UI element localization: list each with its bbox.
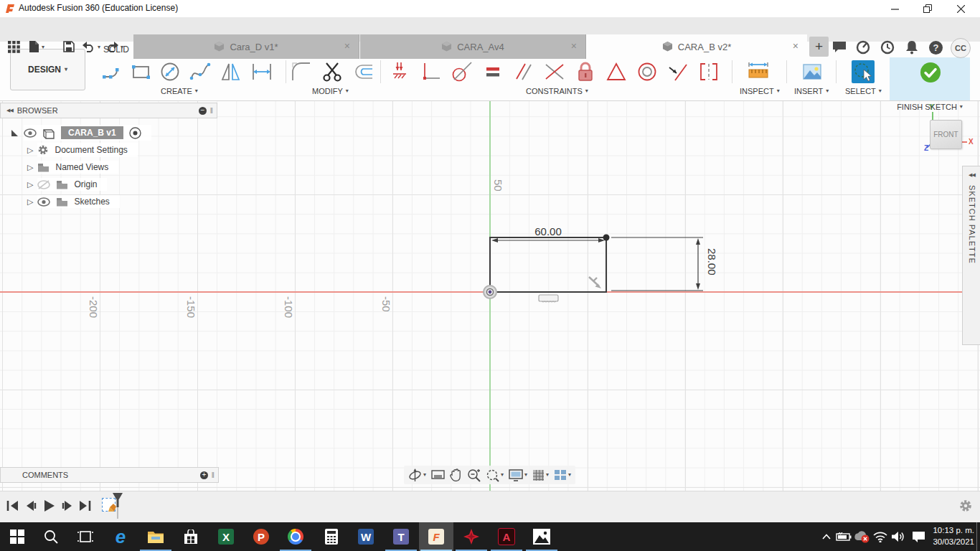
browser-row-named-views[interactable]: ▷ Named Views [0,159,217,176]
red-logo-app-icon[interactable] [454,522,489,551]
dimension-width-value[interactable]: 60.00 [534,225,562,237]
redo-caret[interactable]: ▾ [121,44,123,50]
timeline-position-marker[interactable] [111,493,124,520]
app-launcher-icon[interactable] [6,39,21,54]
circle-tool-icon[interactable] [159,60,182,83]
spline-tool-icon[interactable] [189,60,212,83]
sketch-rectangle[interactable] [490,237,606,292]
finish-sketch-block[interactable]: FINISH SKETCH▾ [890,57,970,100]
workspace-selector[interactable]: DESIGN ▾ [10,49,85,90]
document-tab-cara-b-active[interactable]: CARA_B v2* × [586,34,807,59]
dimension-height-value[interactable]: 28.00 [706,248,718,276]
select-tool-icon[interactable] [852,60,875,83]
close-tab-icon[interactable]: × [344,41,350,51]
browser-row-origin[interactable]: ▷ Origin [0,176,217,193]
sketch-corner-point[interactable] [603,235,610,241]
expand-closed-icon[interactable]: ▷ [27,146,33,155]
mirror-tool-icon[interactable] [220,60,242,83]
chrome-icon[interactable] [278,522,313,551]
fit-zoom-tool[interactable]: ▾ [486,468,504,482]
browser-header[interactable]: ◀◀ BROWSER − ‖ [0,103,217,118]
dimension-tool-icon[interactable] [250,60,273,83]
constraint-parallel-icon[interactable] [512,60,535,83]
browser-row-document-settings[interactable]: ▷ Document Settings [0,141,217,159]
expand-palette-icon[interactable]: ◀◀ [969,172,975,178]
panel-minus-icon[interactable]: − [199,107,207,115]
create-group-label[interactable]: CREATE▾ [161,86,198,96]
tray-clock[interactable]: 10:13 p. m. 30/03/2021 [924,524,974,547]
close-window-button[interactable] [944,0,977,17]
panel-drag-handle[interactable]: ‖ [212,471,215,479]
excel-icon[interactable]: X [209,522,243,551]
new-tab-button[interactable]: + [809,37,829,57]
viewcube-face-label[interactable]: FRONT [933,131,958,138]
edge-browser-icon[interactable]: e [103,522,138,551]
expand-closed-icon[interactable]: ▷ [27,180,33,189]
volume-icon[interactable] [890,528,907,545]
constraint-midpoint-icon[interactable] [666,60,689,83]
close-tab-icon[interactable]: × [571,41,577,51]
expand-open-icon[interactable] [11,130,18,136]
photos-icon[interactable] [524,522,559,551]
battery-icon[interactable] [835,528,852,545]
timeline-go-to-start-button[interactable] [6,499,20,513]
word-icon[interactable]: W [349,522,383,551]
zoom-tool[interactable] [467,468,481,482]
timeline-settings-gear-icon[interactable] [958,499,973,513]
insert-canvas-icon[interactable] [801,60,824,83]
feedback-comment-icon[interactable] [831,39,848,56]
undo-caret[interactable]: ▾ [98,44,100,50]
fillet-tool-icon[interactable] [290,60,313,83]
undo-button[interactable] [81,39,95,54]
file-menu-caret[interactable]: ▾ [42,44,44,50]
insert-group-label[interactable]: INSERT▾ [794,86,829,96]
calculator-icon[interactable] [314,522,349,551]
help-icon[interactable]: ? [927,39,944,56]
viewcube[interactable]: FRONT [930,120,962,149]
measure-tool-icon[interactable] [747,60,770,83]
redo-button[interactable] [105,39,119,54]
panel-drag-handle[interactable]: ‖ [210,107,213,115]
pan-tool[interactable] [450,468,462,481]
grid-settings-tool[interactable]: ▾ [532,469,549,481]
select-group-label[interactable]: SELECT▾ [845,86,882,96]
browser-root-row[interactable]: CARA_B v1 [0,124,217,141]
sync-status-icon[interactable] [854,39,872,56]
job-status-clock-icon[interactable] [879,39,896,56]
comments-add-icon[interactable]: + [200,471,208,479]
save-button[interactable] [62,39,76,54]
orbit-tool[interactable]: ▾ [408,468,426,482]
document-tab-cara-d[interactable]: Cara_D v1* × [133,34,359,59]
close-tab-icon[interactable]: × [793,41,798,51]
microsoft-store-icon[interactable] [174,522,208,551]
taskbar-search-button[interactable] [34,522,68,551]
visibility-off-eye-icon[interactable] [37,180,50,189]
constraints-group-label[interactable]: CONSTRAINTS▾ [526,86,588,96]
constraint-polygon-icon[interactable] [605,60,628,83]
fusion-360-taskbar-icon[interactable]: F [419,522,453,551]
finish-sketch-label[interactable]: FINISH SKETCH▾ [890,102,970,112]
expand-closed-icon[interactable]: ▷ [27,163,33,172]
restore-button[interactable] [911,0,944,17]
rectangle-tool-icon[interactable] [129,60,152,83]
constraint-equal-icon[interactable] [481,60,504,83]
user-avatar[interactable]: CC [951,38,971,58]
notifications-bell-icon[interactable] [903,39,920,56]
constraint-collinear-icon[interactable] [543,60,566,83]
constraint-symmetry-icon[interactable] [697,60,720,83]
timeline-step-back-button[interactable] [24,499,38,513]
sketch-palette-collapsed[interactable]: ◀◀ SKETCH PALETTE [962,166,980,345]
comments-panel-header[interactable]: COMMENTS + ‖ [0,467,219,483]
look-at-tool[interactable] [431,469,445,481]
browser-row-sketches[interactable]: ▷ Sketches [0,193,217,210]
tray-show-hidden-icons-chevron[interactable] [818,528,835,545]
document-tab-cara-a[interactable]: CARA_Av4 × [360,34,586,59]
show-desktop-divider[interactable] [976,522,977,551]
modify-group-label[interactable]: MODIFY▾ [312,86,349,96]
root-component-label[interactable]: CARA_B v1 [61,126,123,139]
teams-icon[interactable]: T [384,522,418,551]
minimize-button[interactable] [878,0,911,17]
wifi-icon[interactable] [872,528,889,545]
display-settings-tool[interactable]: ▾ [509,469,527,481]
constraint-fix-lock-icon[interactable] [574,60,597,83]
